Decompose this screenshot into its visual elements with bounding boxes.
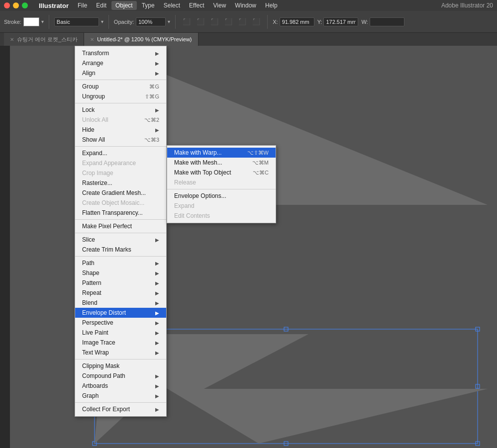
tab-label-2: Untitled-2* @ 1200 % (CMYK/Preview) <box>97 36 192 42</box>
menu-object[interactable]: Object <box>111 1 137 10</box>
menu-item-crop-image[interactable]: Crop Image <box>75 168 166 178</box>
menu-item-gradient-mesh[interactable]: Create Gradient Mesh... <box>75 188 166 198</box>
menu-item-shape[interactable]: Shape ▶ <box>75 268 166 278</box>
menu-item-trim-marks[interactable]: Create Trim Marks <box>75 245 166 255</box>
menu-item-unlock-all[interactable]: Unlock All ⌥⌘2 <box>75 115 166 125</box>
submenu-item-make-top-object[interactable]: Make with Top Object ⌥⌘C <box>167 168 276 178</box>
align-btn-6[interactable]: ⬛ <box>250 16 262 28</box>
menu-item-group[interactable]: Group ⌘G <box>75 82 166 91</box>
menu-item-label-perspective: Perspective <box>82 319 113 326</box>
tab-2[interactable]: ✕ Untitled-2* @ 1200 % (CMYK/Preview) <box>84 33 198 46</box>
menu-item-label-path: Path <box>82 260 95 267</box>
menu-item-expand[interactable]: Expand... <box>75 148 166 158</box>
sep-4 <box>75 219 166 220</box>
stroke-section: Stroke: ▾ <box>4 17 44 26</box>
opacity-input[interactable] <box>136 17 166 26</box>
menu-item-show-all[interactable]: Show All ⌥⌘3 <box>75 135 166 145</box>
menu-item-label-transform: Transform <box>82 50 109 57</box>
menu-item-compound-path[interactable]: Compound Path ▶ <box>75 371 166 381</box>
menu-effect[interactable]: Effect <box>185 1 208 10</box>
menu-item-align[interactable]: Align ▶ <box>75 68 166 78</box>
y-input[interactable] <box>323 17 358 26</box>
menu-edit[interactable]: Edit <box>92 1 110 10</box>
submenu-item-release[interactable]: Release <box>167 178 276 187</box>
menu-item-artboards[interactable]: Artboards ▶ <box>75 381 166 391</box>
fullscreen-button[interactable] <box>22 2 28 8</box>
menu-type[interactable]: Type <box>138 1 159 10</box>
menu-item-rasterize[interactable]: Rasterize... <box>75 178 166 188</box>
menu-item-label-object-mosaic: Create Object Mosaic... <box>82 199 144 206</box>
menu-item-hide[interactable]: Hide ▶ <box>75 125 166 135</box>
menu-item-path[interactable]: Path ▶ <box>75 258 166 268</box>
menu-item-label-repeat: Repeat <box>82 289 101 296</box>
tab-close-1[interactable]: ✕ <box>10 37 14 42</box>
menu-window[interactable]: Window <box>231 1 260 10</box>
menu-item-slice[interactable]: Slice ▶ <box>75 235 166 245</box>
menu-item-clipping-mask[interactable]: Clipping Mask <box>75 361 166 371</box>
submenu-arrow-shape: ▶ <box>155 270 159 276</box>
menu-item-repeat[interactable]: Repeat ▶ <box>75 288 166 298</box>
align-section: ⬛ ⬛ ⬛ ⬛ ⬛ ⬛ <box>181 16 262 28</box>
menu-item-lock[interactable]: Lock ▶ <box>75 105 166 115</box>
align-btn-3[interactable]: ⬛ <box>208 16 220 28</box>
stroke-label: Stroke: <box>4 19 21 25</box>
menu-item-blend[interactable]: Blend ▶ <box>75 298 166 308</box>
menu-help[interactable]: Help <box>261 1 282 10</box>
style-input[interactable] <box>54 17 99 26</box>
menu-file[interactable]: File <box>74 1 91 10</box>
separator-1 <box>49 15 49 29</box>
submenu-arrow-perspective: ▶ <box>155 320 159 326</box>
app-name[interactable]: Illustrator <box>35 2 73 9</box>
menu-select[interactable]: Select <box>160 1 184 10</box>
minimize-button[interactable] <box>13 2 19 8</box>
close-button[interactable] <box>4 2 10 8</box>
menu-item-graph[interactable]: Graph ▶ <box>75 391 166 401</box>
menu-item-pattern[interactable]: Pattern ▶ <box>75 278 166 288</box>
submenu-item-envelope-options[interactable]: Envelope Options... <box>167 191 276 201</box>
menu-item-live-paint[interactable]: Live Paint ▶ <box>75 328 166 338</box>
submenu-item-make-warp[interactable]: Make with Warp... ⌥⇧⌘W <box>167 148 276 158</box>
sep-8 <box>75 402 166 403</box>
x-label: X: <box>273 19 278 25</box>
opacity-arrow[interactable]: ▾ <box>168 19 170 24</box>
align-btn-5[interactable]: ⬛ <box>236 16 248 28</box>
menu-item-label-align: Align <box>82 70 96 77</box>
menu-item-transform[interactable]: Transform ▶ <box>75 48 166 58</box>
align-btn-1[interactable]: ⬛ <box>181 16 193 28</box>
w-input[interactable] <box>370 17 404 26</box>
menu-item-label-image-trace: Image Trace <box>82 339 115 346</box>
style-arrow[interactable]: ▾ <box>101 19 103 24</box>
stroke-color[interactable] <box>23 17 39 26</box>
menu-item-perspective[interactable]: Perspective ▶ <box>75 318 166 328</box>
menu-item-arrange[interactable]: Arrange ▶ <box>75 58 166 68</box>
menu-item-flatten[interactable]: Flatten Transparency... <box>75 208 166 218</box>
left-toolbar <box>0 46 10 448</box>
menu-item-label-blend: Blend <box>82 299 98 306</box>
menu-item-text-wrap[interactable]: Text Wrap ▶ <box>75 348 166 358</box>
menu-item-label-slice: Slice <box>82 236 95 243</box>
shortcut-make-warp: ⌥⇧⌘W <box>247 150 269 156</box>
menu-view[interactable]: View <box>209 1 230 10</box>
menu-item-collect-export[interactable]: Collect For Export ▶ <box>75 404 166 414</box>
menu-item-expand-appearance[interactable]: Expand Appearance <box>75 158 166 168</box>
tab-close-2[interactable]: ✕ <box>90 37 94 42</box>
expand-icon[interactable]: ▾ <box>41 19 44 24</box>
menu-item-object-mosaic[interactable]: Create Object Mosaic... <box>75 198 166 208</box>
x-input[interactable] <box>280 17 314 26</box>
menu-item-envelope-distort[interactable]: Envelope Distort ▶ <box>75 308 166 318</box>
tab-1[interactable]: ✕ 슈팅거 에어 로켓_스티카 <box>4 33 84 46</box>
submenu-item-make-mesh[interactable]: Make with Mesh... ⌥⌘M <box>167 158 276 168</box>
align-btn-2[interactable]: ⬛ <box>195 16 206 28</box>
object-menu: Transform ▶ Arrange ▶ Align ▶ Group ⌘G <box>75 46 167 417</box>
menu-item-ungroup[interactable]: Ungroup ⇧⌘G <box>75 91 166 101</box>
submenu-item-edit-contents[interactable]: Edit Contents <box>167 211 276 221</box>
submenu-item-expand[interactable]: Expand <box>167 201 276 211</box>
y-label: Y: <box>317 19 322 25</box>
submenu-arrow-transform: ▶ <box>155 51 159 56</box>
menu-item-label-text-wrap: Text Wrap <box>82 349 109 356</box>
opacity-section: Opacity: ▾ <box>114 17 170 26</box>
align-btn-4[interactable]: ⬛ <box>222 16 234 28</box>
menu-item-label-shape: Shape <box>82 269 99 276</box>
menu-item-image-trace[interactable]: Image Trace ▶ <box>75 338 166 348</box>
menu-item-pixel-perfect[interactable]: Make Pixel Perfect <box>75 221 166 231</box>
